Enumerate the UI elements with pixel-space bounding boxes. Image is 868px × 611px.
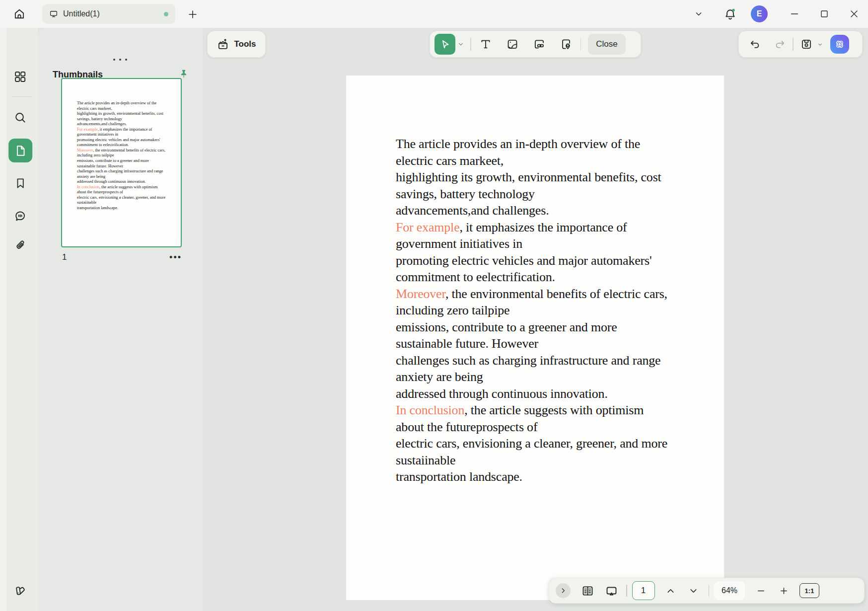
zoom-in-button[interactable] [774,581,794,601]
document-text-line: sustainable future. However [77,164,179,169]
next-page-button[interactable] [684,581,704,601]
search-icon [13,111,27,124]
thumbnail-footer: 1 ••• [61,252,182,262]
comment-icon [13,210,27,223]
pdf-editor-app: Untitled(1) E [0,0,868,611]
document-text-line: savings, battery technology [396,186,708,203]
close-window-button[interactable] [844,4,864,24]
document-text-line: For example, it emphasizes the importanc… [77,127,179,133]
maximize-button[interactable] [814,4,834,24]
plus-icon [187,9,198,20]
document-text-line: advancements,and challenges. [396,202,708,219]
previous-page-button[interactable] [661,581,681,601]
document-text-line: highlighting its growth, environmental b… [77,111,179,117]
swatches-icon [13,584,27,598]
sidebar-item-attachments[interactable] [8,233,32,257]
document-text-line: The article provides an in-depth overvie… [396,136,708,153]
document-tab[interactable]: Untitled(1) [42,4,175,24]
tools-button[interactable]: Tools [207,31,266,58]
document-text-line: addressed through continuous innovation. [77,179,179,185]
page-layout-button[interactable] [578,581,597,601]
undo-button[interactable] [746,34,764,55]
document-text-line: promoting electric vehicles and major au… [77,138,179,143]
document-text-line: The article provides an in-depth overvie… [77,101,179,106]
document-text-line: sustainable future. However [396,335,708,352]
zoom-out-button[interactable] [751,581,771,601]
grid-icon [13,70,27,83]
two-page-view-icon [581,584,594,598]
chevron-down-icon [688,586,699,596]
maximize-icon [819,8,830,19]
page-thumbnail[interactable]: The article provides an in-depth overvie… [61,78,182,247]
document-text-line: For example, it emphasizes the importanc… [396,219,708,236]
new-tab-button[interactable] [184,5,202,23]
presentation-button[interactable] [601,581,621,601]
save-button[interactable] [797,34,815,55]
document-text-line: savings, battery technology [77,117,179,122]
document-text-line: electric cars, envisioning a cleaner, gr… [77,195,179,201]
document-text-line: emissions, contribute to a greener and m… [396,319,708,336]
actual-size-button[interactable]: 1:1 [799,583,819,598]
chevron-right-icon [559,587,567,595]
sidebar-item-bookmarks[interactable] [8,171,32,195]
document-text-line: commitment to eelectrification. [396,269,708,286]
sidebar-divider [11,96,31,97]
ai-assistant-button[interactable] [830,35,849,54]
paperclip-icon [14,239,27,252]
sidebar-item-search[interactable] [8,105,32,129]
document-text-line: anxiety are being [396,369,708,385]
document-text-line: Moreover, the environmental benefits of … [77,148,179,153]
redo-button[interactable] [771,34,789,55]
page-number-input[interactable]: 1 [632,581,655,600]
document-text-line: sustaiinable [396,452,708,469]
thumbnail-page-number: 1 [62,252,67,262]
document-text: The article provides an in-depth overvie… [396,136,708,485]
text-icon [479,38,492,51]
document-text-line: advancements,and challenges. [77,122,179,127]
thumbnail-text: The article provides an in-depth overvie… [77,101,179,211]
bar-divider [709,585,710,597]
document-text-line: Moreover, the environmental benefits of … [396,286,708,303]
link-tool-button[interactable] [529,34,550,55]
document-text-line: electric cars markeet, [396,153,708,169]
document-text-line: emissions, contribute to a greener and m… [77,158,179,164]
document-text-line: challenges such as charging infrastructu… [77,169,179,174]
thumbnail-more-button[interactable]: ••• [169,255,182,260]
panel-drag-handle[interactable] [113,59,127,61]
close-edit-button[interactable]: Close [588,34,626,55]
sidebar-item-comments[interactable] [8,204,32,228]
sidebar-item-apps[interactable] [8,65,32,88]
select-tool-button[interactable] [434,34,455,55]
document-page[interactable]: The article provides an in-depth overvie… [346,76,724,600]
document-text-line: government initiatives in [396,235,708,252]
sidebar-item-theme[interactable] [8,579,32,603]
sidebar-item-thumbnails[interactable] [8,139,32,162]
document-text-line: sustaiinable [77,200,179,206]
text-tool-button[interactable] [475,34,496,55]
left-sidebar [0,28,38,611]
document-text-line: electric cars markeet, [77,106,179,112]
image-tool-button[interactable] [502,34,523,55]
collapse-bar-button[interactable] [556,583,571,598]
avatar[interactable]: E [751,5,768,22]
document-text-line: anxiety are being [77,174,179,180]
zoom-level-button[interactable]: 64% [714,581,745,600]
document-text-line: In conclusion, the article suggests with… [77,185,179,190]
current-page: 1 [641,586,646,596]
collapse-toolbar-button[interactable] [690,5,708,23]
stamp-tool-button[interactable] [556,34,577,55]
page-icon [13,144,27,157]
bar-divider [626,585,627,597]
document-text-line: highlighting its growth, environmental b… [396,169,708,186]
document-text-line: promoting electric vehicles and major au… [396,252,708,269]
avatar-letter: E [757,9,762,18]
minimize-button[interactable] [785,4,804,24]
toolbar-divider [470,38,471,51]
document-text-line: commitment to eelectrification. [77,143,179,148]
select-tool-dropdown[interactable] [455,34,466,55]
save-dropdown[interactable] [815,34,825,55]
notifications-button[interactable] [720,4,740,24]
bell-icon [723,7,737,21]
history-save-toolbar [738,31,863,58]
home-button[interactable] [9,3,30,24]
